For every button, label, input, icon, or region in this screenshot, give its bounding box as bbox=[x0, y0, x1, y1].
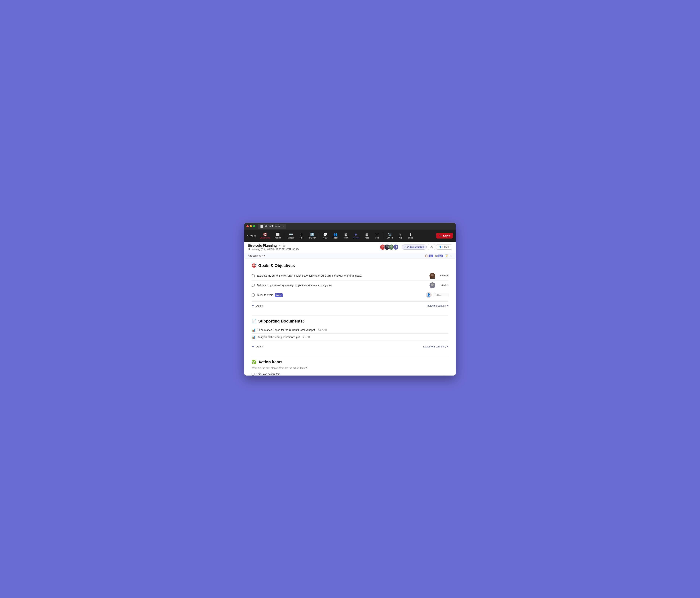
action-items-title-text: Action items bbox=[258, 360, 282, 364]
title-bar: ⬜ Microsoft teams × bbox=[244, 223, 456, 230]
leave-button[interactable]: 📞 Leave bbox=[436, 233, 453, 238]
action-text-1: This is an action item bbox=[256, 373, 280, 375]
apps-button[interactable]: ⊞ Apps bbox=[362, 232, 372, 240]
pages-tool[interactable]: 📋 (6) bbox=[425, 254, 433, 257]
notes-icon: 📝 bbox=[445, 254, 448, 257]
svg-point-3 bbox=[385, 248, 389, 250]
doc-size-2: 623 KB bbox=[303, 336, 310, 338]
doc-icon-2: 📊 bbox=[252, 335, 255, 339]
pages-count: (6) bbox=[429, 255, 433, 257]
add-content-button[interactable]: Add content: + ▾ bbox=[248, 254, 266, 257]
agenda-item-1: Evaluate the current vision and mission … bbox=[252, 271, 448, 281]
main-content: 🎯 Goals & Objectives Evaluate the curren… bbox=[244, 259, 456, 375]
share-label: Share bbox=[408, 237, 413, 239]
iadams-star-icon: ✦ bbox=[404, 246, 406, 248]
iadam-goals-label: iAdam bbox=[256, 304, 263, 307]
adam-ai-button[interactable]: ▶ adam.ai bbox=[351, 232, 361, 240]
more-options-icon[interactable]: ··· bbox=[279, 244, 281, 247]
chevron-down-icon: ▾ bbox=[264, 254, 266, 257]
view-label: View bbox=[344, 237, 348, 239]
john-tooltip: John bbox=[275, 293, 283, 297]
dial-pad-icon: ⌨️ bbox=[289, 233, 293, 236]
people-button[interactable]: 👥 People bbox=[331, 232, 340, 240]
doc-name-2[interactable]: Analysis of the team performance.pdf bbox=[257, 336, 300, 339]
iadam-star-icon: ✦ bbox=[252, 304, 254, 308]
action-item-1: This is an action item bbox=[252, 371, 448, 375]
apps-icon: ⊞ bbox=[365, 233, 368, 236]
meeting-time-display: 🛡 03:33 bbox=[247, 234, 256, 237]
chat-button[interactable]: 💬 Chat bbox=[321, 232, 330, 240]
leave-label: Leave bbox=[443, 234, 450, 237]
maximize-button[interactable] bbox=[253, 225, 255, 227]
agenda-time-input-3[interactable]: Time bbox=[434, 293, 448, 297]
loops-tool[interactable]: ⧉ (10) bbox=[435, 254, 443, 257]
agenda-checkbox-2[interactable] bbox=[252, 284, 255, 287]
invite-button[interactable]: 👤+ Invite bbox=[436, 244, 452, 250]
traffic-lights bbox=[247, 225, 255, 227]
timer: 03:33 bbox=[250, 234, 256, 237]
hold-label: Hold bbox=[300, 237, 303, 239]
document-summary-button[interactable]: Document summary ▾ bbox=[423, 345, 448, 348]
transfer-label: Transfer bbox=[309, 237, 316, 239]
favorite-icon[interactable]: ☆ bbox=[283, 244, 285, 248]
view-button[interactable]: ⊞ View bbox=[341, 232, 350, 240]
agenda-text-1: Evaluate the current vision and mission … bbox=[257, 274, 427, 277]
iadams-assistant-button[interactable]: ✦ iAdam assistant bbox=[402, 244, 427, 250]
more-button[interactable]: ··· More bbox=[372, 232, 382, 240]
agenda-checkbox-1[interactable] bbox=[252, 274, 255, 277]
adam-ai-label: adam.ai bbox=[353, 237, 359, 239]
content-toolbar: Add content: + ▾ 📋 (6) ⧉ (10) 📝 ··· bbox=[244, 253, 456, 259]
pop-out-icon: ⬜ bbox=[276, 233, 280, 236]
divider-1 bbox=[284, 233, 284, 239]
close-button[interactable] bbox=[247, 225, 249, 227]
add-content-label: Add content: bbox=[248, 254, 261, 257]
more-label: More bbox=[375, 237, 379, 239]
more-content-button[interactable]: ··· bbox=[450, 254, 452, 257]
section-divider-1 bbox=[252, 316, 448, 316]
meeting-title-row: Strategic Planning ··· ☆ bbox=[248, 244, 380, 248]
goals-title-text: Goals & Objectives bbox=[258, 263, 295, 268]
settings-button[interactable]: ⚙ bbox=[428, 244, 435, 250]
stop-sharing-button[interactable]: 📵 Stop sharing bbox=[258, 232, 272, 240]
chat-label: Chat bbox=[323, 237, 327, 239]
tab-title: Microsoft teams bbox=[265, 225, 280, 228]
mic-button[interactable]: 🎙 Mic bbox=[396, 232, 405, 240]
tab-close-button[interactable]: × bbox=[282, 225, 284, 227]
goals-icon: 🎯 bbox=[252, 263, 256, 268]
dial-pad-button[interactable]: ⌨️ Dial pad bbox=[286, 232, 296, 240]
toolbar-right: 📞 Leave bbox=[436, 233, 453, 238]
document-summary-label: Document summary bbox=[423, 345, 446, 348]
person-icon: 👤 bbox=[427, 293, 430, 296]
action-prompt: What are the next steps? What are the ac… bbox=[252, 367, 448, 369]
chat-icon: 💬 bbox=[323, 233, 327, 236]
stop-sharing-icon: 📵 bbox=[263, 233, 267, 236]
avatar-overflow[interactable]: +4 bbox=[393, 244, 399, 250]
doc-icon-1: 📊 bbox=[252, 328, 255, 332]
agenda-text-3: Steps to avoid John bbox=[257, 293, 424, 296]
svg-point-4 bbox=[390, 245, 393, 248]
camera-button[interactable]: 📷 Camera bbox=[385, 232, 395, 240]
documents-icon: 📄 bbox=[252, 319, 256, 323]
agenda-checkbox-3[interactable] bbox=[252, 293, 255, 296]
transfer-button[interactable]: ↗️ Transfer bbox=[307, 232, 317, 240]
notes-tool[interactable]: 📝 bbox=[445, 254, 448, 257]
iadams-label: iAdam assistant bbox=[407, 246, 424, 248]
chevron-down-icon: ▾ bbox=[447, 345, 448, 348]
app-tab[interactable]: ⬜ Microsoft teams × bbox=[258, 224, 286, 229]
loops-count: (10) bbox=[438, 255, 443, 257]
loops-icon: ⧉ bbox=[435, 254, 437, 257]
doc-name-1[interactable]: Performance Report for the Current Fisca… bbox=[257, 329, 315, 332]
share-button[interactable]: ⬆ Share bbox=[406, 232, 415, 240]
meeting-time: Monday Aug 08, 01:00 PM - 02:00 PM (GMT+… bbox=[248, 248, 380, 251]
svg-point-7 bbox=[430, 277, 434, 279]
action-checkbox-1[interactable] bbox=[252, 373, 254, 375]
pop-out-button[interactable]: ⬜ Pop out bbox=[273, 232, 282, 240]
iadam-doc-star-icon: ✦ bbox=[252, 344, 254, 348]
adam-ai-icon: ▶ bbox=[355, 232, 357, 236]
documents-title-text: Supporting Documents: bbox=[258, 319, 304, 323]
action-items-section: ✅ Action items What are the next steps? … bbox=[252, 360, 448, 375]
minimize-button[interactable] bbox=[250, 225, 252, 227]
meeting-toolbar: 🛡 03:33 📵 Stop sharing ⬜ Pop out ⌨️ Dial… bbox=[244, 230, 456, 242]
relevant-content-button[interactable]: Relevant content ▾ bbox=[427, 304, 448, 307]
hold-button[interactable]: ⏸ Hold bbox=[297, 232, 306, 240]
